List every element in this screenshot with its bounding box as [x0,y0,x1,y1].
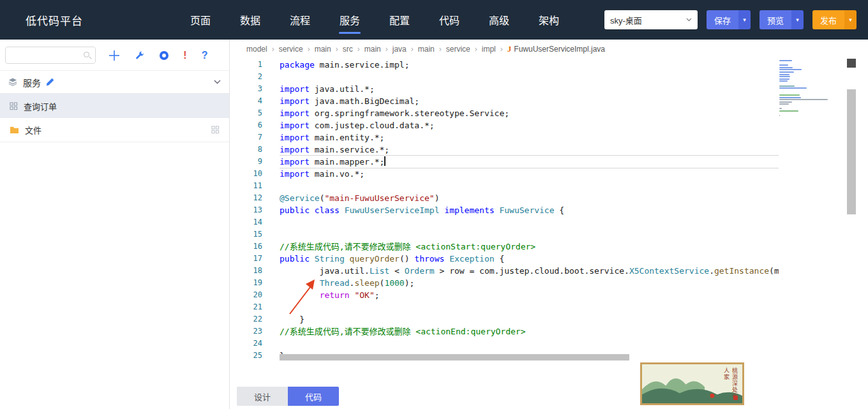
layers-icon [8,77,17,87]
code-line[interactable]: public String queryOrder() throws Except… [280,253,779,265]
line-number: 3 [230,83,262,95]
code-line[interactable]: import org.springframework.stereotype.Se… [280,107,779,119]
chevron-down-icon[interactable] [214,80,221,84]
code-line[interactable]: Thread.sleep(1000); [280,277,779,289]
code-line[interactable] [280,216,779,228]
workspace-select-value: sky-桌面 [610,14,642,26]
minimap-line [779,76,790,77]
breadcrumb-file[interactable]: J FuwuUserServiceImpl.java [507,44,605,54]
breadcrumb-segment[interactable]: src [343,45,353,54]
line-number: 11 [230,180,262,192]
nav-item-数据[interactable]: 数据 [225,0,275,40]
wrench-icon[interactable] [135,50,145,61]
editor-corner-decoration [847,59,856,68]
breadcrumb-segment[interactable]: main [315,45,331,54]
code-line[interactable]: import main.service.*; [280,144,779,156]
save-button-label: 保存 [707,10,738,29]
breadcrumb-segment[interactable]: service [446,45,470,54]
code-line[interactable] [280,71,779,83]
save-button[interactable]: 保存 ▾ [707,10,751,29]
sidebar-item-query-order[interactable]: 查询订单 [0,94,229,118]
java-file-icon: J [507,44,512,54]
breadcrumb-segment[interactable]: model [246,45,267,54]
warning-icon[interactable]: ! [183,50,187,61]
minimap-line [779,86,795,87]
minimap[interactable] [779,60,841,117]
nav-item-代码[interactable]: 代码 [424,0,474,40]
preview-button[interactable]: 预览 ▾ [760,10,804,29]
footer-tab-代码[interactable]: 代码 [288,387,339,406]
line-number: 6 [230,119,262,131]
main-panel: model›service›main›src›main›java›main›se… [230,40,868,409]
workspace-select[interactable]: sky-桌面 [604,10,698,29]
nav-item-服务[interactable]: 服务 [325,0,375,40]
nav-item-流程[interactable]: 流程 [275,0,325,40]
code-line[interactable]: @Service("main-FuwuUserService") [280,192,779,204]
breadcrumb-segment[interactable]: impl [482,45,496,54]
line-number: 14 [230,216,262,228]
code-line[interactable]: return "OK"; [280,289,779,301]
code-line[interactable] [280,180,779,192]
breadcrumb-segment[interactable]: java [393,45,407,54]
minimap-line [779,94,800,96]
help-icon[interactable]: ? [202,50,208,61]
edit-icon[interactable] [46,78,54,86]
sidebar-item-files[interactable]: 文件 [0,118,229,142]
breadcrumb-separator-icon: › [411,45,414,54]
breadcrumb-segment[interactable]: main [418,45,435,54]
nav-item-页面[interactable]: 页面 [176,0,225,40]
painting-seal-icon [733,396,738,400]
code-line[interactable]: } [280,313,779,325]
vertical-scrollbar-thumb[interactable] [847,89,856,214]
line-number: 9 [230,156,262,168]
code-line[interactable]: import main.mapper.*; [280,156,779,168]
code-editor[interactable]: 1234567891011121314151617181920212223242… [230,59,868,364]
sidebar-section-services[interactable]: 服务 [0,70,229,94]
breadcrumb-path: model›service›main›src›main›java›main›se… [246,45,503,54]
horizontal-scrollbar-thumb[interactable] [280,354,629,361]
breadcrumb-separator-icon: › [272,45,274,54]
minimap-line [779,87,807,89]
code-line[interactable]: import main.entity.*; [280,131,779,144]
line-number: 18 [230,265,262,277]
code-line[interactable] [280,228,779,241]
minimap-line [779,110,798,112]
line-number: 8 [230,144,262,156]
code-line[interactable]: import main.vo.*; [280,168,779,180]
code-line[interactable]: import java.util.*; [280,83,779,95]
code-line[interactable]: java.util.List < Orderm > row = com.just… [280,265,779,277]
minimap-line [779,64,788,66]
grid-view-icon[interactable] [211,126,220,134]
code-lines[interactable]: package main.service.impl;import java.ut… [280,59,779,362]
code-line[interactable]: //系统生成代码,请不要修改或删除 <actionStart:queryOrde… [280,241,779,253]
breadcrumb-segment[interactable]: service [279,45,303,54]
save-dropdown-caret-icon[interactable]: ▾ [738,10,751,29]
target-icon[interactable] [160,51,168,60]
nav-item-架构[interactable]: 架构 [524,0,574,40]
code-line[interactable] [280,338,779,350]
code-line[interactable]: import java.math.BigDecimal; [280,95,779,107]
line-number: 20 [230,289,262,301]
nav-item-高级[interactable]: 高级 [474,0,524,40]
minimap-line [779,80,788,82]
line-number: 25 [230,350,262,362]
preview-dropdown-caret-icon[interactable]: ▾ [791,10,804,29]
code-line[interactable]: import com.justep.cloud.data.*; [280,119,779,131]
breadcrumb-separator-icon: › [385,45,388,54]
minimap-line [779,115,780,116]
app-title: 低代码平台 [26,12,83,28]
breadcrumb-segment[interactable]: main [364,45,381,54]
publish-button[interactable]: 发布 ▾ [812,10,857,29]
search-input[interactable] [6,47,95,63]
code-line[interactable]: public class FuwuUserServiceImpl impleme… [280,204,779,216]
add-icon[interactable] [108,50,120,61]
sidebar-item-label: 查询订单 [24,100,57,112]
footer-tab-设计[interactable]: 设计 [237,387,288,406]
code-line[interactable] [280,301,779,313]
nav-item-配置[interactable]: 配置 [375,0,424,40]
code-line[interactable]: //系统生成代码,请不要修改或删除 <actionEnd:queryOrder> [280,325,779,338]
component-grid-icon [10,102,18,110]
code-line[interactable]: package main.service.impl; [280,59,779,71]
publish-dropdown-caret-icon[interactable]: ▾ [844,10,857,29]
sidebar-section-label: 服务 [23,76,41,89]
